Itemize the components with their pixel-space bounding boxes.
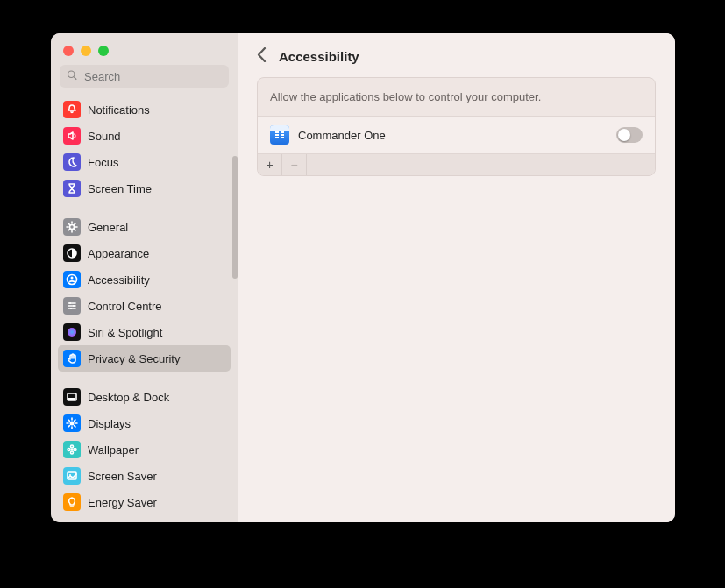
person-icon (63, 271, 81, 288)
sidebar-item-privacy-security[interactable]: Privacy & Security (58, 345, 231, 372)
hourglass-icon (63, 180, 81, 197)
svg-point-7 (73, 305, 75, 307)
sidebar-item-focus[interactable]: Focus (58, 149, 231, 175)
sliders-icon (63, 297, 81, 315)
svg-rect-22 (275, 137, 279, 138)
svg-point-5 (71, 277, 74, 280)
moon-icon (63, 153, 81, 171)
svg-rect-11 (68, 398, 75, 400)
sidebar-item-notifications[interactable]: Notifications (58, 96, 231, 123)
scrollbar[interactable] (232, 156, 238, 279)
svg-point-8 (70, 308, 72, 309)
app-name: Commander One (298, 129, 608, 142)
dock-icon (63, 388, 81, 406)
system-settings-window: NotificationsSoundFocusScreen TimeGenera… (51, 33, 675, 522)
sidebar-item-label: Appearance (88, 247, 149, 260)
svg-point-16 (68, 449, 70, 451)
sidebar-item-label: Sound (88, 130, 121, 143)
search-input[interactable] (60, 65, 229, 88)
svg-line-1 (74, 77, 76, 80)
svg-rect-21 (275, 134, 279, 136)
sidebar-item-wallpaper[interactable]: Wallpaper (58, 436, 231, 463)
sidebar-item-label: Displays (88, 417, 131, 430)
panel-footer: + − (258, 154, 655, 175)
sidebar-item-accessibility[interactable]: Accessibility (58, 266, 231, 293)
back-button[interactable] (257, 47, 267, 65)
page-title: Accessibility (279, 49, 359, 64)
sidebar-item-label: Notifications (88, 103, 150, 117)
maximize-button[interactable] (98, 46, 109, 56)
svg-point-9 (68, 328, 76, 337)
sidebar-item-label: Focus (88, 156, 118, 169)
speaker-icon (63, 127, 81, 145)
svg-point-6 (69, 302, 71, 304)
svg-point-12 (70, 422, 75, 426)
bulb-icon (63, 493, 81, 511)
photo-icon (63, 467, 81, 485)
svg-point-13 (71, 449, 74, 451)
sidebar-item-appearance[interactable]: Appearance (58, 240, 231, 266)
panel-description: Allow the applications below to control … (258, 78, 655, 117)
sidebar-item-label: Siri & Spotlight (88, 326, 162, 339)
sidebar-item-control-centre[interactable]: Control Centre (58, 293, 231, 319)
sidebar-item-label: Screen Saver (88, 470, 157, 483)
svg-point-4 (68, 275, 77, 285)
svg-point-0 (68, 71, 75, 78)
sidebar-item-label: Screen Time (88, 182, 152, 195)
svg-point-15 (71, 451, 74, 454)
contrast-icon (63, 244, 81, 262)
sidebar-item-label: Privacy & Security (88, 352, 180, 365)
main-header: Accessibility (238, 33, 675, 77)
sidebar-item-displays[interactable]: Displays (58, 410, 231, 436)
search-icon (67, 70, 77, 83)
sidebar-item-label: Wallpaper (88, 443, 139, 457)
sidebar-item-label: Energy Saver (88, 496, 157, 509)
sidebar-list[interactable]: NotificationsSoundFocusScreen TimeGenera… (51, 95, 238, 522)
svg-rect-23 (281, 131, 284, 133)
app-icon (270, 125, 289, 145)
svg-rect-24 (281, 134, 284, 136)
sidebar-item-energy-saver[interactable]: Energy Saver (58, 489, 231, 515)
minimize-button[interactable] (81, 46, 91, 56)
siri-icon (63, 323, 81, 341)
add-app-button[interactable]: + (258, 154, 282, 175)
sun-icon (63, 414, 81, 432)
gear-icon (63, 218, 81, 236)
svg-point-17 (74, 449, 76, 451)
main-panel: Accessibility Allow the applications bel… (238, 33, 675, 522)
sidebar-item-general[interactable]: General (58, 214, 231, 240)
close-button[interactable] (63, 46, 74, 56)
svg-point-2 (70, 225, 75, 230)
sidebar-item-label: General (88, 221, 128, 234)
sidebar-item-label: Desktop & Dock (88, 391, 169, 404)
app-row[interactable]: Commander One (258, 117, 655, 154)
svg-point-14 (71, 445, 74, 448)
window-controls (51, 33, 238, 65)
flower-icon (63, 441, 81, 458)
svg-rect-25 (281, 137, 284, 138)
sidebar-item-screen-time[interactable]: Screen Time (58, 175, 231, 202)
sidebar-item-label: Control Centre (88, 300, 162, 313)
sidebar-item-label: Accessibility (88, 273, 150, 287)
remove-app-button[interactable]: − (282, 154, 307, 175)
app-toggle[interactable] (616, 127, 643, 143)
sidebar: NotificationsSoundFocusScreen TimeGenera… (51, 33, 238, 522)
bell-icon (63, 101, 81, 118)
apps-panel: Allow the applications below to control … (257, 77, 656, 176)
hand-icon (63, 350, 81, 367)
sidebar-item-siri-spotlight[interactable]: Siri & Spotlight (58, 319, 231, 345)
sidebar-item-desktop-dock[interactable]: Desktop & Dock (58, 384, 231, 410)
svg-rect-20 (275, 131, 279, 133)
sidebar-item-screen-saver[interactable]: Screen Saver (58, 463, 231, 489)
sidebar-item-sound[interactable]: Sound (58, 123, 231, 149)
